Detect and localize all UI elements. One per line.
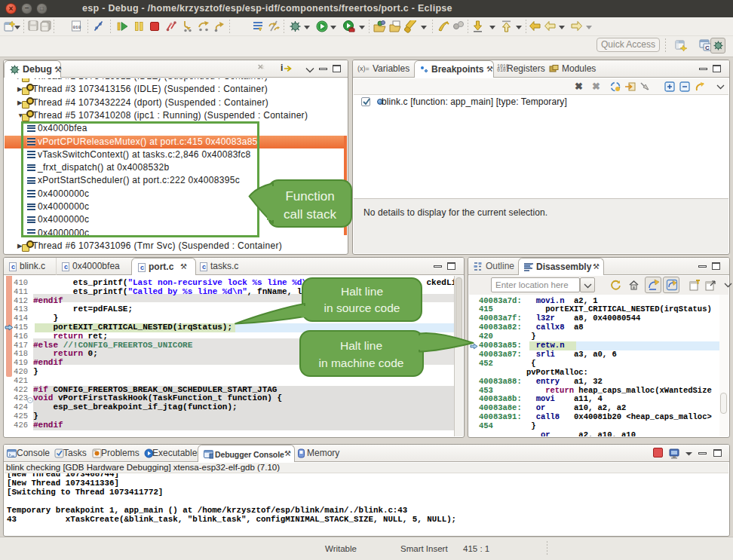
svg-text:C: C (705, 44, 710, 51)
svg-text:010: 010 (73, 25, 81, 30)
